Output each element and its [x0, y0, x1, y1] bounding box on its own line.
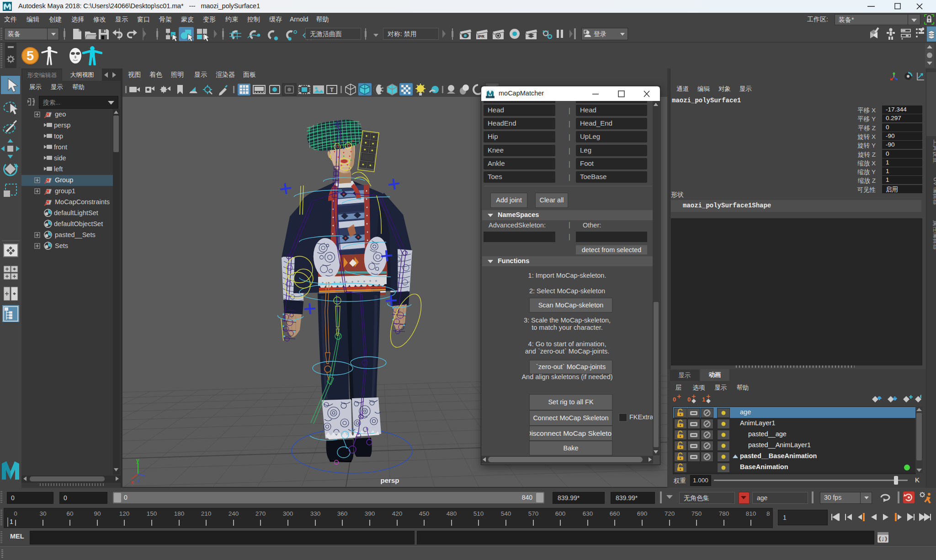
- svg-text:360: 360: [337, 510, 348, 517]
- svg-text:Sets: Sets: [55, 242, 68, 249]
- svg-text:left: left: [54, 165, 63, 173]
- svg-text:540: 540: [501, 510, 511, 517]
- svg-text:90: 90: [94, 510, 101, 517]
- svg-text:front: front: [54, 143, 67, 151]
- svg-text:270: 270: [255, 510, 266, 517]
- svg-text:600: 600: [555, 510, 566, 517]
- svg-text:0: 0: [687, 396, 691, 403]
- svg-text:defaultLightSet: defaultLightSet: [54, 209, 98, 217]
- svg-text:1: 1: [702, 396, 705, 403]
- svg-text:0: 0: [673, 396, 676, 403]
- svg-text:420: 420: [392, 510, 403, 517]
- svg-text:side: side: [54, 154, 66, 162]
- svg-text:570: 570: [528, 510, 539, 517]
- svg-text:240: 240: [229, 510, 239, 517]
- svg-text:210: 210: [201, 510, 212, 517]
- svg-text:pasted__Sets: pasted__Sets: [55, 231, 96, 238]
- svg-text:5: 5: [27, 48, 34, 63]
- svg-text:MoCapConstraints: MoCapConstraints: [55, 198, 110, 206]
- svg-text:780: 780: [719, 510, 729, 517]
- svg-text:60: 60: [66, 510, 73, 517]
- svg-text:750: 750: [691, 510, 702, 517]
- svg-text:group1: group1: [55, 187, 75, 195]
- svg-text:1: 1: [10, 518, 13, 525]
- svg-text:persp: persp: [381, 476, 399, 484]
- svg-text:8: 8: [766, 510, 770, 517]
- svg-text:660: 660: [610, 510, 620, 517]
- svg-text:330: 330: [310, 510, 321, 517]
- svg-text:defaultObjectSet: defaultObjectSet: [54, 220, 103, 227]
- svg-text:390: 390: [365, 510, 375, 517]
- svg-text:0: 0: [14, 510, 17, 517]
- svg-text:y: y: [136, 457, 139, 464]
- svg-text:T: T: [330, 86, 334, 93]
- svg-text:630: 630: [583, 510, 593, 517]
- svg-text:x: x: [131, 479, 134, 486]
- svg-text:30: 30: [39, 510, 46, 517]
- svg-text:UV 编辑器: UV 编辑器: [932, 177, 936, 205]
- svg-text:690: 690: [637, 510, 648, 517]
- svg-text:720: 720: [665, 510, 675, 517]
- svg-text:工具设置: 工具设置: [932, 139, 936, 163]
- svg-text:{;}: {;}: [878, 536, 888, 542]
- svg-text:persp: persp: [54, 122, 70, 129]
- svg-text:z: z: [137, 478, 140, 484]
- svg-text:属性编辑器: 属性编辑器: [932, 220, 936, 250]
- svg-text:180: 180: [174, 510, 185, 517]
- svg-text:150: 150: [147, 510, 157, 517]
- svg-text:Group: Group: [55, 176, 73, 184]
- svg-text:450: 450: [419, 510, 430, 517]
- svg-text:810: 810: [746, 510, 756, 517]
- svg-text:IPR: IPR: [478, 34, 485, 39]
- svg-text:480: 480: [447, 510, 457, 517]
- svg-text:300: 300: [283, 510, 293, 517]
- svg-text:510: 510: [473, 510, 484, 517]
- svg-text:geo: geo: [55, 111, 66, 118]
- svg-text:120: 120: [119, 510, 130, 517]
- svg-text:top: top: [54, 132, 63, 140]
